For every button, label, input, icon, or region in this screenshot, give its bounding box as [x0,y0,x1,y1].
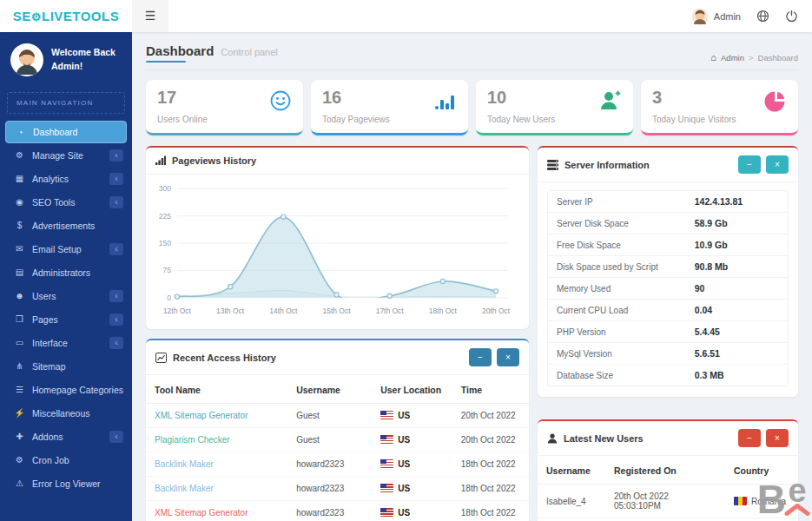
sidebar-item-label: Advertisements [32,221,123,231]
time-cell: 18th Oct 2022 [452,501,529,521]
bar-chart-icon [434,89,457,112]
stat-label: Today New Users [487,115,622,124]
breadcrumb-separator: > [749,53,754,63]
sidebar-item-label: Administrators [32,267,123,278]
user-plus-icon [599,89,622,112]
server-icon [547,160,558,170]
collapse-button[interactable]: − [738,429,761,447]
sidebar-item-interface[interactable]: ▭Interface‹ [0,331,132,354]
svg-text:17th Oct: 17th Oct [376,307,405,315]
sidebar-item-manage-site[interactable]: ⚙Manage Site‹ [0,143,132,167]
tool-link[interactable]: Backlink Maker [155,459,214,469]
time-cell: 18th Oct 2022 [452,452,529,477]
breadcrumb: ⌂ Admin > Dashboard [710,52,798,63]
sidebar-item-label: Addons [32,432,109,442]
server-info-label: PHP Version [557,327,695,337]
server-info-label: Server Disk Space [557,219,695,228]
username-cell: Roman_55 [538,518,605,521]
power-icon[interactable] [785,10,798,23]
tool-link[interactable]: XML Sitemap Generator [155,508,248,518]
time-cell: 18th Oct 2022 [452,477,529,501]
access-history-row: Plagiarism CheckerGuestUS20th Oct 2022 [146,428,529,452]
panel-title-text: Pageviews History [172,155,256,166]
server-info-row: Free Disk Space10.9 Gb [548,234,788,256]
chevron-left-icon[interactable]: ‹ [109,290,123,302]
server-info-row: Server Disk Space58.9 Gb [548,213,788,234]
app-logo[interactable]: SE⚙LIVETOOLS [0,9,132,23]
chevron-left-icon[interactable]: ‹ [109,173,123,185]
admin-menu[interactable]: Admin [691,8,741,25]
server-info-row: Current CPU Load0.04 [548,300,788,321]
sidebar-item-cron-job[interactable]: ⚙Cron Job [0,448,132,472]
sidebar-item-miscellaneous[interactable]: ⚡Miscellaneous [0,401,132,425]
globe-icon: ◉ [12,197,27,207]
sidebar-item-administrators[interactable]: ▤Administrators [0,260,132,284]
sidebar-item-users[interactable]: ☻Users‹ [0,284,132,307]
welcome-block: Welcome Back Admin! [0,32,132,85]
access-history-table: Tool NameUsernameUser LocationTime XML S… [146,377,529,521]
server-info-value: 5.6.51 [695,348,779,359]
server-info-label: MySql Version [557,349,695,359]
username-cell: Isabelle_4 [538,485,605,518]
close-button[interactable]: × [766,155,789,174]
sidebar-item-homepage-categories[interactable]: ☰Homepage Categories [0,378,132,401]
time-cell: 20th Oct 2022 [452,404,529,428]
line-chart-icon [155,353,167,363]
column-header-registered-on: Registered On [605,458,725,485]
tool-link[interactable]: XML Sitemap Generator [155,411,248,420]
us-flag-icon [380,508,393,517]
sidebar-item-analytics[interactable]: ▦Analytics‹ [0,167,132,190]
sidebar-item-pages[interactable]: ❒Pages‹ [0,307,132,331]
list-icon: ☰ [12,385,27,394]
sidebar-item-dashboard[interactable]: ◔Dashboard [5,121,127,143]
svg-text:300: 300 [159,184,171,193]
sidebar-item-error-log-viewer[interactable]: ⚠Error Log Viewer [0,472,132,495]
stat-card-users-online: 17 Users Online [146,80,303,135]
breadcrumb-admin[interactable]: Admin [721,53,744,63]
location-text: US [398,435,410,445]
sidebar-item-seo-tools[interactable]: ◉SEO Tools‹ [0,190,132,214]
close-button[interactable]: × [497,348,519,366]
server-info-label: Disk Space used by Script [557,262,695,272]
chevron-left-icon[interactable]: ‹ [109,196,123,208]
collapse-button[interactable]: − [469,348,492,366]
admin-label: Admin [714,11,741,22]
server-info-label: Server IP [557,197,695,207]
close-button[interactable]: × [766,429,789,447]
user-icon [547,433,558,444]
sidebar-item-label: Miscellaneous [32,408,123,419]
tool-link[interactable]: Plagiarism Checker [155,435,230,445]
us-flag-icon [380,459,393,468]
nav-section-label: MAIN NAVIGATION [7,92,125,114]
svg-text:225: 225 [159,212,171,221]
server-info-label: Memory Used [557,284,695,293]
sidebar-item-sitemap[interactable]: ⋔Sitemap [0,354,132,378]
svg-text:15th Oct: 15th Oct [322,307,351,315]
server-info-value: 10.9 Gb [695,240,779,250]
chevron-left-icon[interactable]: ‹ [109,313,123,326]
server-info-row: PHP Version5.4.45 [548,321,788,343]
menu-toggle-button[interactable]: ☰ [132,0,168,32]
chevron-left-icon[interactable]: ‹ [109,149,123,162]
globe-icon[interactable] [756,10,769,23]
sidebar-item-label: SEO Tools [32,197,109,208]
collapse-button[interactable]: − [738,155,761,174]
plus-circle-icon: ✚ [12,432,27,441]
location-cell: US [372,501,452,521]
stat-label: Today Unique Visitors [652,115,787,124]
sidebar-item-email-setup[interactable]: ✉Email Setup‹ [0,237,132,260]
tool-link[interactable]: Backlink Maker [155,484,214,493]
sidebar-item-advertisements[interactable]: $Advertisements [0,214,132,237]
server-info-row: MySql Version5.6.51 [548,343,788,365]
server-info-label: Database Size [557,371,695,380]
chevron-left-icon[interactable]: ‹ [109,431,123,443]
svg-text:13th Oct: 13th Oct [216,307,245,315]
location-cell: US [372,477,452,501]
chevron-left-icon[interactable]: ‹ [109,337,123,349]
chevron-left-icon[interactable]: ‹ [109,243,123,255]
server-info-row: Server IP142.4.13.81 [548,191,788,213]
location-cell: US [372,428,452,452]
registered-on-cell: 20th Oct 2022 05:01:45PM [605,518,725,521]
sidebar-item-addons[interactable]: ✚Addons‹ [0,425,132,448]
svg-text:20th Oct: 20th Oct [482,307,511,315]
